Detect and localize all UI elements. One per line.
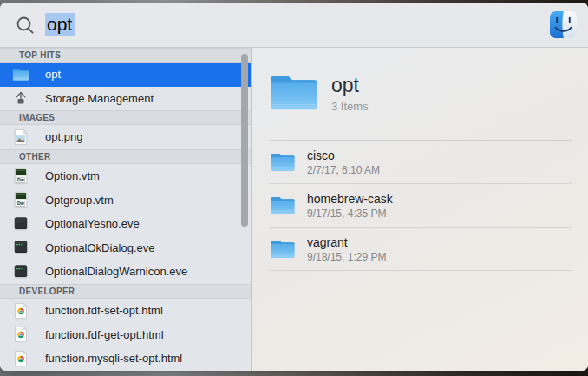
sidebar-item-label: Storage Management: [45, 92, 154, 105]
svg-text:Dw: Dw: [17, 177, 24, 182]
folder-icon: [12, 66, 29, 83]
sidebar-item-label: OptionalOkDialog.eve: [45, 241, 154, 254]
preview-list: cisco2/7/17, 6:10 AMhomebrew-cask9/17/15…: [269, 141, 572, 271]
sidebar-item-label: Optgroup.vtm: [45, 194, 114, 207]
preview-item-homebrew-cask: homebrew-cask9/17/15, 4:35 PM: [269, 184, 572, 228]
preview-item-text: vagrant9/18/15, 1:29 PM: [307, 235, 386, 263]
sidebar-scrollbar[interactable]: [241, 54, 248, 227]
sidebar-item-label: Option.vtm: [45, 169, 100, 182]
sidebar-item-opt[interactable]: opt: [0, 63, 251, 87]
results-sidebar: TOP HITSoptStorage ManagementIMAGESopt.p…: [0, 48, 252, 371]
sidebar-item-function-mysqli-set-opt-html[interactable]: function.mysqli-set-opt.html: [0, 346, 251, 371]
section-header-label: DEVELOPER: [19, 287, 75, 296]
preview-item-date: 9/18/15, 1:29 PM: [307, 251, 386, 263]
preview-title: opt: [331, 74, 369, 97]
sidebar-item-label: function.fdf-get-opt.html: [45, 328, 164, 341]
sidebar-item-optionalokdialog-eve[interactable]: OptionalOkDialog.eve: [0, 236, 251, 261]
section-header-developer: DEVELOPER: [0, 284, 251, 299]
results-list: TOP HITSoptStorage ManagementIMAGESopt.p…: [0, 48, 251, 371]
section-header-images: IMAGES: [0, 110, 251, 125]
terminal-file-icon: [12, 239, 29, 256]
html-file-icon: [12, 302, 29, 320]
preview-item-date: 2/7/17, 6:10 AM: [307, 164, 380, 176]
section-header-label: IMAGES: [19, 113, 55, 122]
preview-item-name: cisco: [307, 148, 380, 162]
sidebar-item-label: opt: [45, 68, 61, 81]
sidebar-item-label: OptionalYesno.eve: [45, 217, 140, 230]
spotlight-window: opt: [0, 3, 588, 371]
sidebar-item-function-fdf-get-opt-html[interactable]: function.fdf-get-opt.html: [0, 322, 251, 346]
preview-item-vagrant: vagrant9/18/15, 1:29 PM: [269, 228, 572, 271]
sidebar-item-label: function.mysqli-set-opt.html: [45, 352, 182, 365]
search-bar[interactable]: opt: [0, 3, 588, 48]
terminal-file-icon: [12, 263, 29, 280]
image-file-icon: [12, 129, 29, 146]
preview-item-name: vagrant: [307, 235, 386, 249]
sidebar-item-optionalyesno-eve[interactable]: OptionalYesno.eve: [0, 212, 251, 236]
desktop-background: { "search": { "query": "opt" }, "sidebar…: [0, 0, 588, 376]
section-header-label: TOP HITS: [19, 50, 61, 60]
finder-icon: [550, 11, 577, 38]
folder-icon: [269, 72, 319, 114]
sidebar-item-function-fdf-set-opt-html[interactable]: function.fdf-set-opt.html: [0, 299, 251, 323]
dw-file-icon: Dw: [12, 191, 29, 208]
html-file-icon: [12, 350, 29, 367]
svg-text:Dw: Dw: [17, 201, 24, 206]
sidebar-item-optionaldialogwarnicon-eve[interactable]: OptionalDialogWarnicon.eve: [0, 260, 251, 284]
section-header-label: OTHER: [19, 152, 51, 162]
preview-item-name: homebrew-cask: [307, 192, 393, 206]
sidebar-item-optgroup-vtm[interactable]: DwOptgroup.vtm: [0, 188, 251, 212]
search-input[interactable]: opt: [45, 13, 75, 36]
preview-item-text: cisco2/7/17, 6:10 AM: [307, 148, 380, 176]
sidebar-item-label: opt.png: [45, 130, 82, 143]
preview-item-date: 9/17/15, 4:35 PM: [307, 208, 393, 220]
sidebar-item-opt-png[interactable]: opt.png: [0, 125, 251, 149]
sidebar-item-label: function.fdf-set-opt.html: [45, 304, 163, 317]
section-header-top-hits: TOP HITS: [0, 48, 251, 63]
storage-icon: [12, 89, 29, 107]
sidebar-item-storage-management[interactable]: Storage Management: [0, 87, 251, 111]
html-file-icon: [12, 326, 29, 343]
section-header-other: OTHER: [0, 149, 251, 164]
preview-header-text: opt 3 Items: [331, 74, 369, 113]
preview-item-count: 3 Items: [331, 100, 369, 113]
folder-icon: [270, 239, 296, 260]
preview-item-text: homebrew-cask9/17/15, 4:35 PM: [307, 192, 393, 220]
preview-header: opt 3 Items: [269, 48, 572, 141]
terminal-file-icon: [12, 215, 29, 233]
sidebar-item-label: OptionalDialogWarnicon.eve: [45, 265, 187, 278]
folder-icon: [270, 152, 296, 173]
search-icon: [15, 15, 36, 36]
preview-item-cisco: cisco2/7/17, 6:10 AM: [269, 141, 572, 184]
folder-icon: [270, 195, 296, 216]
content-area: TOP HITSoptStorage ManagementIMAGESopt.p…: [0, 48, 588, 371]
sidebar-item-option-vtm[interactable]: DwOption.vtm: [0, 164, 251, 188]
preview-panel: opt 3 Items cisco2/7/17, 6:10 AMhomebrew…: [252, 48, 588, 371]
dw-file-icon: Dw: [12, 168, 29, 185]
